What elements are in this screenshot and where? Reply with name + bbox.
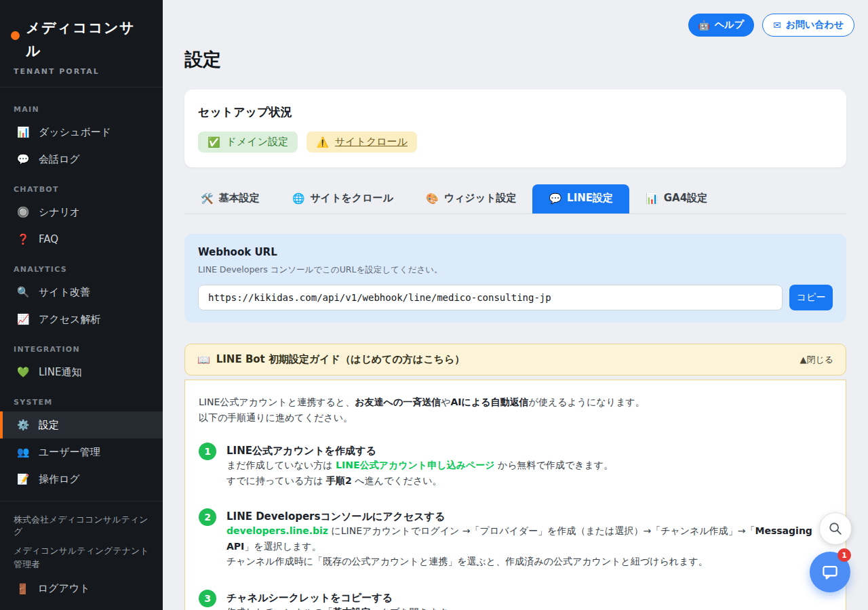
sidebar-item-label: シナリオ bbox=[39, 206, 80, 219]
sidebar-item-site-improvement[interactable]: 🔍サイト改善 bbox=[0, 279, 163, 306]
step-line: まだ作成していない方は LINE公式アカウント申し込みページ から無料で作成でき… bbox=[226, 458, 613, 473]
bold-text: 手順2 bbox=[326, 475, 352, 486]
setup-status-card: セットアップ状況 ✅ドメイン設定⚠️サイトクロール bbox=[184, 89, 846, 167]
tab-widget-settings[interactable]: 🎨ウィジット設定 bbox=[410, 184, 532, 214]
envelope-icon: ✉ bbox=[773, 20, 781, 30]
chat-fab[interactable]: 1 bbox=[810, 552, 850, 592]
sidebar-item-label: 会話ログ bbox=[39, 153, 80, 166]
nav-section-label: SYSTEM bbox=[14, 398, 149, 407]
badge-site-crawl[interactable]: ⚠️サイトクロール bbox=[307, 131, 417, 152]
line-signup-link[interactable]: LINE公式アカウント申し込みページ bbox=[336, 460, 494, 470]
main-content: 🤖 ヘルプ ✉ お問い合わせ 設定 セットアップ状況 ✅ドメイン設定⚠️サイトク… bbox=[163, 0, 868, 610]
sidebar-item-conversation-log[interactable]: 💬会話ログ bbox=[0, 146, 163, 173]
guide-step: 3チャネルシークレットをコピーする作成したチャンネルの「基本設定」タブを開きます… bbox=[199, 590, 832, 610]
badge-domain-setup: ✅ドメイン設定 bbox=[198, 131, 298, 152]
memo-icon: 📝 bbox=[16, 473, 30, 485]
tab-site-crawl[interactable]: 🌐サイトをクロール bbox=[276, 184, 410, 214]
step-line: developers.line.biz にLINEアカウントでログイン →「プロ… bbox=[226, 523, 832, 554]
radio-circle-icon: 🔘 bbox=[16, 206, 30, 218]
tab-label: LINE設定 bbox=[567, 192, 613, 205]
collapse-toggle[interactable]: ▲閉じる bbox=[800, 354, 833, 366]
warning-icon: ⚠️ bbox=[316, 136, 329, 148]
tab-line-settings[interactable]: 💬LINE設定 bbox=[532, 184, 629, 214]
guide-title: LINE Bot 初期設定ガイド（はじめての方はこちら） bbox=[216, 353, 465, 366]
text-segment: LINE公式アカウントと連携すると、 bbox=[199, 396, 355, 407]
bold-text: 基本設定 bbox=[333, 607, 371, 610]
speech-bubble-icon: 💬 bbox=[549, 192, 561, 205]
step-number-badge: 2 bbox=[199, 508, 216, 526]
badge-label: ドメイン設定 bbox=[226, 136, 288, 148]
help-button[interactable]: 🤖 ヘルプ bbox=[688, 14, 754, 37]
sidebar-item-label: ダッシュボード bbox=[39, 126, 111, 139]
sidebar-item-label: FAQ bbox=[39, 233, 58, 245]
text-segment: や bbox=[441, 396, 450, 407]
sidebar-item-scenario[interactable]: 🔘シナリオ bbox=[0, 199, 163, 226]
webhook-title: Webhook URL bbox=[198, 246, 833, 258]
chat-badge: 1 bbox=[837, 548, 851, 562]
copy-button[interactable]: コピー bbox=[789, 285, 833, 310]
sidebar-item-label: 設定 bbox=[39, 419, 59, 432]
bar-chart-icon: 📊 bbox=[646, 192, 658, 205]
brand-dot-icon bbox=[11, 31, 20, 40]
globe-icon: 🌐 bbox=[292, 192, 305, 205]
gear-icon: ⚙️ bbox=[16, 419, 30, 431]
line-chart-icon: 📈 bbox=[16, 313, 30, 325]
text-segment: すでに持っている方は bbox=[226, 475, 326, 486]
webhook-section: Webhook URL LINE Developers コンソールでこのURLを… bbox=[184, 234, 846, 323]
text-segment: 作成したチャンネルの「 bbox=[226, 607, 333, 610]
open-book-icon: 📖 bbox=[197, 354, 210, 366]
guide-body: LINE公式アカウントと連携すると、お友達への一斉送信やAIによる自動返信が使え… bbox=[184, 380, 846, 610]
check-icon: ✅ bbox=[208, 136, 220, 148]
page-title: 設定 bbox=[184, 47, 846, 72]
guide-step: 1LINE公式アカウントを作成するまだ作成していない方は LINE公式アカウント… bbox=[199, 443, 832, 488]
setup-badges: ✅ドメイン設定⚠️サイトクロール bbox=[198, 131, 833, 152]
brand-subtitle: TENANT PORTAL bbox=[14, 67, 149, 76]
sidebar-item-faq[interactable]: ❓FAQ bbox=[0, 226, 163, 253]
chat-bubble-icon bbox=[821, 563, 840, 582]
step-title: LINE公式アカウントを作成する bbox=[226, 445, 613, 458]
line-developers-link[interactable]: developers.line.biz bbox=[226, 525, 328, 536]
sidebar-item-dashboard[interactable]: 📊ダッシュボード bbox=[0, 119, 163, 146]
sidebar-item-settings[interactable]: ⚙️設定 bbox=[0, 411, 163, 439]
tab-ga4-settings[interactable]: 📊GA4設定 bbox=[629, 184, 724, 214]
step-title: チャネルシークレットをコピーする bbox=[226, 592, 458, 605]
tab-label: 基本設定 bbox=[219, 192, 260, 205]
contact-button-label: お問い合わせ bbox=[786, 19, 844, 31]
text-segment: まだ作成していない方は bbox=[226, 460, 336, 470]
magnifier-icon: 🔍 bbox=[16, 286, 30, 298]
step-content: LINE Developersコンソールにアクセスするdevelopers.li… bbox=[226, 508, 832, 569]
guide-intro: LINE公式アカウントと連携すると、お友達への一斉送信やAIによる自動返信が使え… bbox=[199, 394, 832, 426]
brand-logo: メディココンサル TENANT PORTAL bbox=[0, 0, 163, 76]
green-heart-icon: 💚 bbox=[16, 366, 30, 378]
text-segment: から無料で作成できます。 bbox=[494, 460, 613, 470]
text-segment: 以下の手順通りに進めてください。 bbox=[199, 412, 353, 423]
text-segment: にLINEアカウントでログイン →「プロバイダー」を作成（または選択）→「チャン… bbox=[328, 525, 755, 536]
sidebar-item-label: 操作ログ bbox=[39, 473, 80, 486]
logout-button[interactable]: 🚪 ログアウト bbox=[14, 582, 149, 595]
tab-label: GA4設定 bbox=[664, 192, 707, 205]
step-title: LINE Developersコンソールにアクセスする bbox=[226, 510, 832, 523]
sidebar-item-access-analytics[interactable]: 📈アクセス解析 bbox=[0, 306, 163, 333]
sidebar-nav: MAIN📊ダッシュボード💬会話ログCHATBOT🔘シナリオ❓FAQANALYTI… bbox=[0, 87, 163, 493]
sidebar-item-label: ユーザー管理 bbox=[39, 446, 100, 459]
step-content: チャネルシークレットをコピーする作成したチャンネルの「基本設定」タブを開きます。 bbox=[226, 590, 458, 610]
sidebar-item-operation-log[interactable]: 📝操作ログ bbox=[0, 466, 163, 493]
guide-step: 2LINE Developersコンソールにアクセスするdevelopers.l… bbox=[199, 508, 832, 569]
nav-section-label: INTEGRATION bbox=[14, 345, 149, 354]
guide-header[interactable]: 📖 LINE Bot 初期設定ガイド（はじめての方はこちら） ▲閉じる bbox=[184, 344, 846, 375]
bar-chart-icon: 📊 bbox=[16, 126, 30, 138]
search-fab[interactable] bbox=[819, 512, 852, 545]
webhook-url-input[interactable] bbox=[198, 285, 783, 310]
text-segment: へ進んでください。 bbox=[352, 475, 442, 486]
guide-title-row: 📖 LINE Bot 初期設定ガイド（はじめての方はこちら） bbox=[197, 353, 465, 366]
contact-button[interactable]: ✉ お問い合わせ bbox=[762, 14, 854, 37]
text-segment: チャンネル作成時に「既存の公式アカウントと連携」を選ぶと、作成済みの公式アカウン… bbox=[226, 556, 708, 567]
help-button-label: ヘルプ bbox=[715, 19, 744, 31]
user-role: メディコンサルティングテナント管理者 bbox=[14, 544, 149, 571]
sidebar-item-line-notification[interactable]: 💚LINE通知 bbox=[0, 359, 163, 386]
nav-section-label: MAIN bbox=[14, 105, 149, 114]
tab-basic-settings[interactable]: 🛠️基本設定 bbox=[184, 184, 276, 214]
sidebar-item-user-management[interactable]: 👥ユーザー管理 bbox=[0, 439, 163, 466]
company-name: 株式会社メディココンサルティング bbox=[14, 514, 149, 538]
palette-icon: 🎨 bbox=[426, 192, 439, 205]
